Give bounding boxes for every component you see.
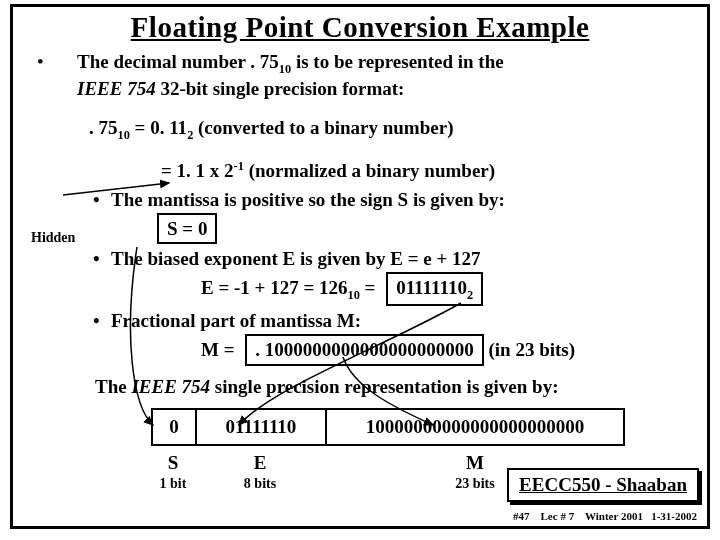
intro-num: . 75 (250, 51, 279, 72)
conv2-note: (normalized a binary number) (244, 160, 495, 181)
m-val-box: . 1000000000000000000000 (245, 334, 484, 366)
m-note: (in 23 bits) (484, 339, 575, 360)
bits-sign: 0 (151, 408, 195, 446)
sign-text: The mantissa is positive so the sign S i… (111, 189, 505, 210)
exp-calc-pre: E = -1 + 127 = 126 (201, 277, 347, 298)
course-footer: EECC550 - Shaaban (507, 468, 699, 502)
conv2-eq: = 1. 1 x 2 (161, 160, 234, 181)
intro-mid: is to be represented in the (291, 51, 504, 72)
conversion-line-2: = 1. 1 x 2-1 (normalized a binary number… (31, 158, 695, 185)
slide-content: The decimal number . 7510 is to be repre… (13, 50, 707, 492)
rep-b: single precision representation is given… (210, 376, 558, 397)
intro-block: The decimal number . 7510 is to be repre… (31, 50, 695, 101)
representation-line: The IEEE 754 single precision representa… (31, 376, 695, 398)
exp-bin-box: 011111102 (386, 272, 483, 306)
conv-lhs: . 75 (89, 117, 118, 138)
meta-page: #47 (513, 510, 530, 522)
slide-frame: Floating Point Conversion Example The de… (10, 4, 710, 529)
hidden-label: Hidden (31, 230, 75, 246)
intro-sub: 10 (279, 62, 291, 76)
size-e: 8 bits (195, 476, 325, 492)
derivation-list: The mantissa is positive so the sign S i… (31, 187, 695, 366)
rep-a: The (95, 376, 131, 397)
exp-calc-eq: = (360, 277, 380, 298)
label-e: E (195, 452, 325, 474)
intro-ieee: IEEE 754 (77, 78, 156, 99)
s-eq-box: S = 0 (157, 213, 217, 245)
conv2-sup: -1 (234, 159, 244, 173)
intro-pre: The decimal number (77, 51, 250, 72)
conv-eq: = 0. 11 (130, 117, 187, 138)
meta-lec: Lec # 7 (541, 510, 575, 522)
exp-text: The biased exponent E is given by E = e … (111, 248, 481, 269)
meta-term: Winter 2001 (585, 510, 643, 522)
bits-row: 0 01111110 10000000000000000000000 (151, 408, 695, 446)
bullet-mantissa: Fractional part of mantissa M: M = . 100… (111, 308, 695, 365)
slide-meta: #47 Lec # 7 Winter 2001 1-31-2002 (513, 510, 697, 522)
slide-title: Floating Point Conversion Example (13, 11, 707, 44)
rep-ieee: IEEE 754 (131, 376, 210, 397)
bits-exponent: 01111110 (195, 408, 325, 446)
conv-note1: (converted to a binary number) (193, 117, 453, 138)
mant-text: Fractional part of mantissa M: (111, 310, 361, 331)
exp-bin: 01111110 (396, 277, 467, 298)
exp-calc-sub: 10 (347, 288, 359, 302)
exp-bin-sub: 2 (467, 288, 473, 302)
bullet-exponent: The biased exponent E is given by E = e … (111, 246, 695, 306)
meta-date: 1-31-2002 (651, 510, 697, 522)
label-s: S (151, 452, 195, 474)
m-pre: M = (201, 339, 239, 360)
size-s: 1 bit (151, 476, 195, 492)
intro-rest: 32-bit single precision format: (156, 78, 405, 99)
conv-lhs-sub: 10 (118, 128, 130, 142)
bullet-sign: The mantissa is positive so the sign S i… (111, 187, 695, 244)
bits-mantissa: 10000000000000000000000 (325, 408, 625, 446)
conversion-line-1: . 7510 = 0. 112 (converted to a binary n… (31, 115, 695, 144)
